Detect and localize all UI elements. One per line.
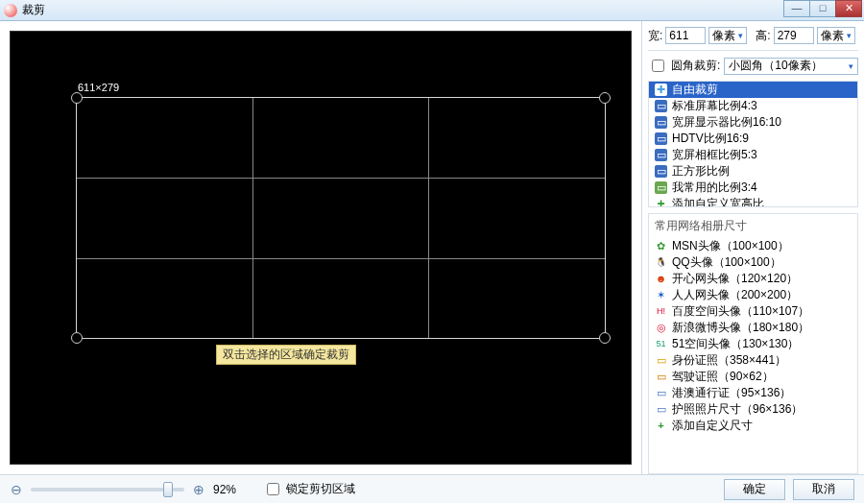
preset-item[interactable]: 🐧QQ头像（100×100） [649,254,857,271]
preset-item-label: 港澳通行证（95×136） [672,386,791,400]
preset-item[interactable]: ▭身份证照（358×441） [649,352,857,369]
ratio-item-label: 添加自定义宽高比 [672,197,764,207]
width-unit-select[interactable]: 像素▾ [708,27,747,44]
width-label: 宽: [648,28,662,44]
ratio-icon: ▭ [655,165,667,178]
preset-size-list: 常用网络相册尺寸 ✿MSN头像（100×100）🐧QQ头像（100×100）☻开… [648,213,858,474]
crop-rectangle[interactable] [76,97,606,339]
preset-item-label: 驾驶证照（90×62） [672,370,774,384]
cancel-button[interactable]: 取消 [793,479,854,500]
preset-item-label: 添加自定义尺寸 [672,419,753,433]
zoom-percent-label: 92% [213,483,236,496]
preset-icon: 🐧 [655,256,667,269]
height-input[interactable] [774,27,814,44]
crop-handle-tl[interactable] [71,92,83,104]
lock-crop-checkbox[interactable] [267,483,279,495]
lock-crop-label: 锁定剪切区域 [286,481,355,497]
app-icon [4,4,17,17]
preset-item[interactable]: 5151空间头像（130×130） [649,336,857,352]
ratio-icon: ✚ [655,84,667,96]
preset-icon: ✿ [655,240,667,252]
image-canvas[interactable]: 611×279 双击选择的区域确定裁剪 [10,31,632,465]
round-corner-select[interactable]: 小圆角（10像素）▾ [724,58,858,75]
canvas-area: 611×279 双击选择的区域确定裁剪 [0,21,641,474]
ratio-item-label: 宽屏显示器比例16:10 [672,115,781,130]
preset-item-label: MSN头像（100×100） [672,239,789,253]
ratio-icon: ▭ [655,149,667,161]
dimension-row: 宽: 像素▾ 高: 像素▾ [648,27,858,44]
titlebar: 裁剪 — □ ✕ [0,0,864,21]
window-title: 裁剪 [22,2,45,18]
ratio-icon: ▭ [655,181,667,194]
preset-item[interactable]: ▭港澳通行证（95×136） [649,385,857,401]
preset-item[interactable]: +添加自定义尺寸 [649,418,857,434]
preset-icon: ▭ [655,371,667,383]
height-label: 高: [756,28,770,44]
ratio-item[interactable]: +添加自定义宽高比 [649,196,857,207]
round-corner-label: 圆角裁剪: [671,58,720,74]
preset-icon: ☻ [655,273,667,285]
preset-item-label: 百度空间头像（110×107） [672,304,809,319]
chevron-down-icon: ▾ [847,31,852,40]
ratio-item-label: HDTV比例16:9 [672,132,749,146]
preset-icon: 51 [655,338,667,350]
preset-icon: ▭ [655,387,667,399]
round-corner-checkbox[interactable] [652,60,664,72]
preset-item[interactable]: ▭驾驶证照（90×62） [649,369,857,385]
crop-dimension-label: 611×279 [78,82,119,93]
preset-item[interactable]: ✶人人网头像（200×200） [649,287,857,303]
round-corner-row: 圆角裁剪: 小圆角（10像素）▾ [648,50,858,75]
aspect-ratio-list: ✚自由裁剪▭标准屏幕比例4:3▭宽屏显示器比例16:10▭HDTV比例16:9▭… [648,81,858,207]
ratio-icon: ▭ [655,132,667,145]
ratio-item-label: 宽屏相框比例5:3 [672,148,757,162]
crop-handle-tr[interactable] [599,92,611,104]
zoom-in-icon[interactable]: ⊕ [192,483,205,496]
preset-item-label: 身份证照（358×441） [672,353,786,368]
preset-icon: ▭ [655,354,667,367]
zoom-slider[interactable] [31,488,184,492]
ratio-item[interactable]: ▭标准屏幕比例4:3 [649,98,857,114]
footer: ⊖ ⊕ 92% 锁定剪切区域 确定 取消 [0,474,864,503]
zoom-out-icon[interactable]: ⊖ [10,483,23,496]
ok-button[interactable]: 确定 [724,479,785,500]
preset-icon: ▭ [655,403,667,416]
plus-icon: + [655,198,667,207]
preset-item-label: 51空间头像（130×130） [672,337,799,351]
preset-item[interactable]: ▭护照照片尺寸（96×136） [649,401,857,418]
close-button[interactable]: ✕ [835,0,862,17]
preset-item[interactable]: ✿MSN头像（100×100） [649,238,857,254]
ratio-icon: ▭ [655,116,667,129]
ratio-item[interactable]: ▭我常用的比例3:4 [649,180,857,196]
ratio-icon: ▭ [655,100,667,112]
preset-item-label: 护照照片尺寸（96×136） [672,402,803,417]
ratio-item[interactable]: ▭宽屏显示器比例16:10 [649,114,857,131]
minimize-button[interactable]: — [783,0,810,17]
preset-item-label: 人人网头像（200×200） [672,288,798,302]
zoom-slider-thumb[interactable] [163,482,173,497]
maximize-button[interactable]: □ [809,0,836,17]
ratio-item-label: 正方形比例 [672,164,730,179]
preset-list-header: 常用网络相册尺寸 [649,214,857,238]
ratio-item[interactable]: ▭宽屏相框比例5:3 [649,147,857,163]
preset-icon: ◎ [655,322,667,334]
preset-item[interactable]: ☻开心网头像（120×120） [649,271,857,287]
width-input[interactable] [665,27,706,44]
preset-item[interactable]: H!百度空间头像（110×107） [649,303,857,320]
ratio-item-label: 我常用的比例3:4 [672,180,757,195]
height-unit-select[interactable]: 像素▾ [817,27,855,44]
preset-item[interactable]: ◎新浪微博头像（180×180） [649,320,857,336]
plus-icon: + [655,420,667,432]
preset-icon: ✶ [655,289,667,301]
ratio-item-label: 标准屏幕比例4:3 [672,99,757,113]
ratio-item-label: 自由裁剪 [672,83,718,97]
preset-icon: H! [655,305,667,318]
preset-item-label: 新浪微博头像（180×180） [672,321,809,335]
ratio-item[interactable]: ▭正方形比例 [649,163,857,180]
preset-item-label: 开心网头像（120×120） [672,272,798,286]
ratio-item[interactable]: ▭HDTV比例16:9 [649,131,857,147]
crop-handle-bl[interactable] [71,332,83,344]
sidebar: 宽: 像素▾ 高: 像素▾ 圆角裁剪: 小圆角（10像素）▾ ✚自由裁剪▭标准屏… [641,21,864,474]
crop-handle-br[interactable] [599,332,611,344]
crop-hint-tooltip: 双击选择的区域确定裁剪 [216,345,356,365]
ratio-item[interactable]: ✚自由裁剪 [649,82,857,98]
